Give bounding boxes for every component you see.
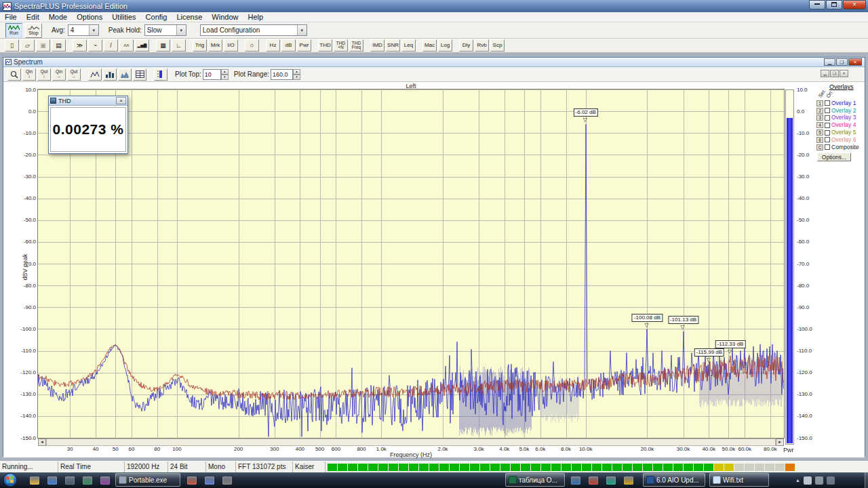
plot-top-value[interactable]: 10 bbox=[203, 69, 221, 80]
spectrum-maximize-button[interactable]: ❏ bbox=[836, 58, 848, 66]
spectrogram-view-icon[interactable]: ▂▅▇ bbox=[135, 39, 149, 52]
overlay-on-checkbox[interactable] bbox=[825, 144, 830, 150]
thd-freq-button[interactable]: THDFreq bbox=[349, 39, 363, 52]
thd-n-button[interactable]: THD+N bbox=[334, 39, 348, 52]
taskbar-pinned-icon[interactable] bbox=[621, 474, 636, 487]
taskbar-pinned-icon[interactable] bbox=[586, 474, 601, 487]
spectrum-close-button[interactable]: × bbox=[848, 58, 862, 66]
taskbar-pinned-icon[interactable] bbox=[62, 474, 77, 487]
taskbar-window-button[interactable]: Portable.exe bbox=[115, 473, 180, 487]
tray-clock[interactable] bbox=[838, 474, 864, 487]
meter-bar-button[interactable] bbox=[154, 68, 167, 81]
units-pwr-button[interactable]: Pwr bbox=[297, 39, 311, 52]
taskbar-pinned-icon[interactable] bbox=[45, 474, 60, 487]
grid-view-button[interactable] bbox=[133, 68, 146, 81]
imd-button[interactable]: IMD bbox=[370, 39, 384, 52]
line-plot-button[interactable] bbox=[88, 68, 102, 81]
taskbar-window-button[interactable]: Wifi.txt bbox=[709, 473, 769, 487]
plot-restore-button[interactable]: ❏ bbox=[830, 70, 839, 77]
menu-mode[interactable]: Mode bbox=[44, 12, 73, 22]
plot-range-spinner[interactable]: 160.0 ▲▼ bbox=[271, 69, 300, 80]
overlay-on-checkbox[interactable] bbox=[825, 100, 830, 106]
bar-plot-button[interactable] bbox=[103, 68, 117, 81]
horizontal-scrollbar[interactable] bbox=[46, 439, 776, 446]
print-icon[interactable]: ▤ bbox=[52, 39, 66, 52]
filled-plot-button[interactable] bbox=[118, 68, 132, 81]
taskbar-window-button[interactable]: 6.0 AIO Upd... bbox=[643, 473, 705, 487]
thd-titlebar[interactable]: THD × bbox=[49, 96, 127, 106]
start-button[interactable] bbox=[3, 472, 18, 487]
peak-hold-select[interactable]: Slow ▼ bbox=[144, 24, 186, 36]
new-file-icon[interactable]: ▯ bbox=[5, 39, 19, 52]
overlay-set-button[interactable]: 5 bbox=[816, 129, 823, 136]
menu-edit[interactable]: Edit bbox=[22, 12, 44, 22]
taskbar-pinned-icon[interactable] bbox=[220, 474, 235, 487]
level-meter-icon[interactable]: ○ bbox=[245, 39, 259, 52]
close-button[interactable]: × bbox=[843, 0, 866, 9]
menu-file[interactable]: File bbox=[0, 12, 22, 22]
load-configuration-select[interactable]: Load Configuration ▼ bbox=[200, 24, 307, 36]
zoom-out-y-button[interactable]: Qut↕ bbox=[37, 68, 51, 81]
overlays-header[interactable]: Overlays bbox=[829, 83, 854, 90]
overlay-set-button[interactable]: 2 bbox=[816, 108, 823, 114]
menu-utilities[interactable]: Utilities bbox=[107, 12, 140, 22]
thd-close-button[interactable]: × bbox=[116, 97, 126, 104]
zoom-button[interactable] bbox=[7, 68, 21, 81]
minimize-button[interactable] bbox=[809, 0, 825, 9]
overlay-set-button[interactable]: 1 bbox=[816, 100, 823, 106]
spectrum-minimize-button[interactable]: ▁ bbox=[824, 58, 835, 66]
show-desktop-button[interactable] bbox=[865, 472, 868, 488]
tray-expand-icon[interactable]: ▲ bbox=[795, 478, 800, 483]
overlay-on-checkbox[interactable] bbox=[825, 108, 830, 113]
menu-help[interactable]: Help bbox=[243, 12, 268, 22]
table-view-icon[interactable]: ▦ bbox=[156, 39, 170, 52]
tray-icon[interactable] bbox=[804, 476, 812, 485]
zoom-in-y-button[interactable]: Qin↕ bbox=[22, 68, 36, 81]
overlay-set-button[interactable]: 6 bbox=[816, 137, 823, 143]
taskbar-window-button[interactable]: таблица О... bbox=[505, 473, 565, 487]
plot-top-spinner[interactable]: 10 ▲▼ bbox=[203, 69, 229, 80]
overlay-on-checkbox[interactable] bbox=[825, 137, 830, 142]
run-button[interactable]: Run bbox=[5, 23, 22, 38]
logging-button[interactable]: Log bbox=[438, 39, 452, 52]
plot-close-button[interactable]: × bbox=[840, 70, 848, 77]
units-hz-button[interactable]: Hz bbox=[266, 39, 280, 52]
menu-options[interactable]: Options bbox=[72, 12, 107, 22]
zoom-in-x-button[interactable]: Qin↔ bbox=[52, 68, 66, 81]
plot-range-value[interactable]: 160.0 bbox=[271, 69, 293, 80]
overlay-on-checkbox[interactable] bbox=[825, 130, 830, 136]
taskbar-pinned-icon[interactable] bbox=[202, 474, 217, 487]
taskbar-pinned-icon[interactable] bbox=[184, 474, 199, 487]
scroll-right-icon[interactable]: ► bbox=[776, 439, 784, 446]
overlay-on-checkbox[interactable] bbox=[825, 123, 830, 128]
menu-config[interactable]: Config bbox=[141, 12, 172, 22]
phase-view-icon[interactable]: / bbox=[104, 39, 118, 52]
overlay-set-button[interactable]: C bbox=[816, 144, 823, 150]
ruler-view-icon[interactable]: ∟ bbox=[172, 39, 186, 52]
save-file-icon[interactable]: ▣ bbox=[36, 39, 50, 52]
spinner-down-icon[interactable]: ▼ bbox=[221, 75, 229, 80]
stop-button[interactable]: Stop bbox=[25, 23, 42, 38]
fast-forward-icon[interactable]: ≫ bbox=[73, 39, 87, 52]
leq-button[interactable]: Leq bbox=[401, 39, 416, 52]
spectrum-titlebar[interactable]: Spectrum ▁ ❏ × bbox=[3, 58, 865, 67]
time-series-icon[interactable]: ~ bbox=[88, 39, 102, 52]
taskbar-pinned-icon[interactable] bbox=[604, 474, 618, 487]
markers-button[interactable]: Mrk bbox=[208, 39, 222, 52]
overlay-options-button[interactable]: Options... bbox=[817, 152, 851, 161]
avg-select[interactable]: 4 ▼ bbox=[68, 24, 99, 36]
delay-button[interactable]: Dly bbox=[459, 39, 473, 52]
spinner-up-icon[interactable]: ▲ bbox=[293, 69, 300, 75]
zoom-out-x-button[interactable]: Qut↔ bbox=[67, 68, 81, 81]
spinner-down-icon[interactable]: ▼ bbox=[293, 75, 300, 80]
thd-window[interactable]: THD × 0.00273 % bbox=[48, 96, 128, 154]
overlay-on-checkbox[interactable] bbox=[825, 115, 830, 121]
spectrum-view-icon[interactable]: ΛΛ bbox=[119, 39, 134, 52]
menu-window[interactable]: Window bbox=[207, 12, 243, 22]
spectrum-canvas[interactable] bbox=[38, 89, 784, 438]
overlay-set-button[interactable]: 4 bbox=[816, 122, 823, 128]
tray-icon[interactable] bbox=[827, 476, 835, 485]
menu-license[interactable]: License bbox=[172, 12, 207, 22]
scroll-left-icon[interactable]: ◄ bbox=[38, 439, 46, 446]
thd-button[interactable]: THD bbox=[318, 39, 332, 52]
